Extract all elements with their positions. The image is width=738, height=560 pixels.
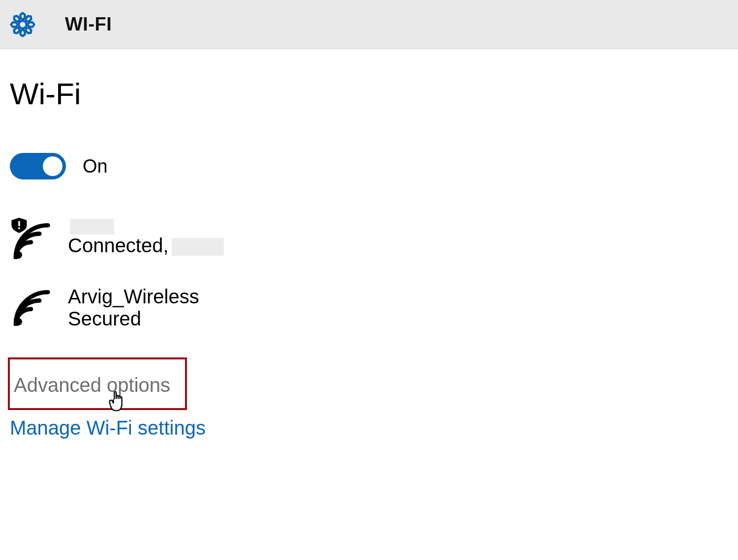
svg-rect-2 bbox=[18, 228, 20, 229]
wifi-icon bbox=[10, 284, 52, 326]
redacted-name-block bbox=[70, 219, 114, 235]
network-status: Connected, bbox=[68, 235, 169, 257]
wifi-toggle[interactable] bbox=[10, 153, 66, 179]
settings-header: WI-FI bbox=[0, 0, 738, 49]
header-title: WI-FI bbox=[65, 14, 112, 35]
network-status: Secured bbox=[68, 308, 199, 330]
wifi-toggle-row: On bbox=[10, 153, 738, 179]
gear-icon bbox=[9, 11, 36, 38]
advanced-options-link[interactable]: Advanced options bbox=[14, 374, 170, 396]
svg-point-0 bbox=[19, 21, 27, 29]
wifi-alert-icon bbox=[10, 217, 52, 259]
network-item[interactable]: Arvig_Wireless Secured bbox=[10, 281, 453, 342]
network-item[interactable]: Connected, bbox=[10, 214, 453, 271]
highlight-box: Advanced options bbox=[8, 357, 187, 410]
svg-point-4 bbox=[14, 318, 22, 325]
svg-rect-1 bbox=[18, 221, 20, 226]
manage-wifi-settings-link[interactable]: Manage Wi-Fi settings bbox=[10, 417, 206, 439]
wifi-toggle-label: On bbox=[83, 156, 108, 177]
toggle-knob bbox=[43, 156, 62, 176]
page-title: Wi-Fi bbox=[10, 76, 738, 111]
network-name: Arvig_Wireless bbox=[68, 286, 199, 308]
network-list: Connected, Arvig_Wireless Secu bbox=[10, 214, 738, 342]
redacted-status-block bbox=[172, 238, 224, 256]
svg-point-3 bbox=[14, 251, 22, 259]
